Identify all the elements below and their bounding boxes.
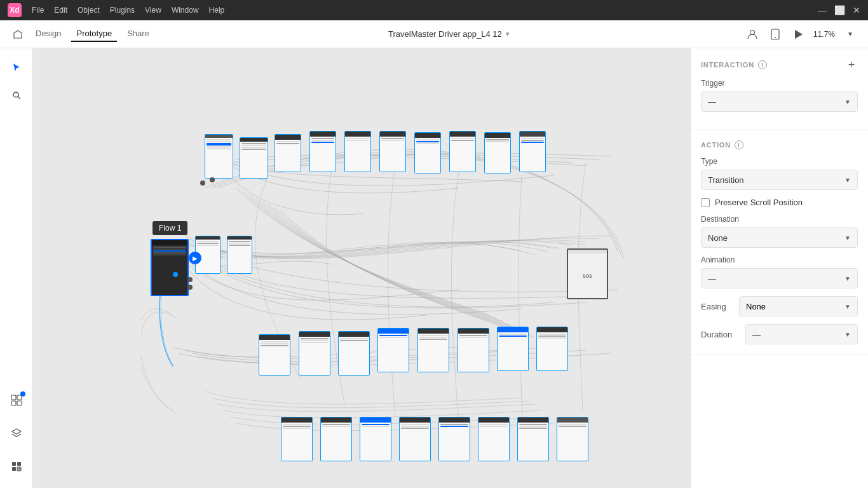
trigger-chevron-icon: ▼ xyxy=(844,98,851,105)
artboard-sos[interactable]: SOS xyxy=(567,248,608,299)
preserve-scroll-label: Preserve Scroll Position xyxy=(715,198,803,207)
doc-title[interactable]: TravelMaster Driver app_L4 12 ▼ xyxy=(388,29,511,39)
menu-plugins[interactable]: Plugins xyxy=(110,6,135,15)
menu-help[interactable]: Help xyxy=(209,6,225,15)
artboard-frame[interactable] xyxy=(377,328,409,372)
artboard-frame[interactable] xyxy=(497,327,529,371)
tab-share[interactable]: Share xyxy=(122,26,154,42)
artboard-frame[interactable] xyxy=(320,417,352,461)
minimize-button[interactable]: — xyxy=(818,5,827,15)
duration-value-text: — xyxy=(752,330,761,339)
artboard-frame[interactable] xyxy=(360,417,391,461)
destination-chevron-icon: ▼ xyxy=(844,234,851,241)
artboard-frame[interactable] xyxy=(281,417,313,461)
menu-window[interactable]: Window xyxy=(172,6,199,15)
toolbar-right: 11.7% ▼ xyxy=(745,27,858,42)
select-tool-icon[interactable] xyxy=(5,56,28,79)
connection-dot[interactable] xyxy=(187,285,193,290)
artboard-frame[interactable] xyxy=(379,131,406,172)
artboard-frame[interactable] xyxy=(275,134,301,172)
play-icon[interactable] xyxy=(790,27,806,42)
artboard-frame[interactable] xyxy=(344,131,371,172)
artboard-frame[interactable] xyxy=(309,131,336,172)
duration-input[interactable]: — ▼ xyxy=(745,324,858,344)
artboard-frame[interactable] xyxy=(517,417,549,461)
assets-icon[interactable] xyxy=(5,455,28,478)
interaction-header: INTERACTION i + xyxy=(701,58,858,71)
title-bar-right: — ⬜ ✕ xyxy=(818,5,860,15)
destination-label: Destination xyxy=(701,215,858,224)
svg-marker-3 xyxy=(795,30,803,39)
artboard-frame[interactable] xyxy=(414,132,441,173)
type-select[interactable]: Transition ▼ xyxy=(701,170,858,190)
destination-select[interactable]: None ▼ xyxy=(701,227,858,248)
title-bar: Xd File Edit Object Plugins View Window … xyxy=(0,0,868,20)
connection-dot-blue[interactable] xyxy=(173,272,178,277)
artboard-frame[interactable]: ... xyxy=(240,137,268,179)
flow-label: Flow 1 xyxy=(153,221,187,235)
svg-rect-6 xyxy=(11,395,16,400)
type-chevron-icon: ▼ xyxy=(844,177,851,184)
artboard-frame[interactable] xyxy=(478,417,510,461)
artboard-frame[interactable] xyxy=(299,331,330,376)
preserve-scroll-row: Preserve Scroll Position xyxy=(701,198,858,207)
duration-row: Duration — ▼ xyxy=(701,324,858,344)
search-icon[interactable] xyxy=(5,84,28,107)
components-icon[interactable] xyxy=(5,389,28,412)
tab-design[interactable]: Design xyxy=(31,26,66,42)
zoom-level: 11.7% xyxy=(813,30,835,39)
prototype-arrow-button[interactable]: ▶ xyxy=(189,252,201,264)
menu-object[interactable]: Object xyxy=(78,6,100,15)
artboard-frame[interactable] xyxy=(227,236,252,274)
artboard-frame[interactable]: ... xyxy=(205,134,233,179)
right-panel: INTERACTION i + Trigger — ▼ ACTION i Typ… xyxy=(690,48,868,488)
artboard-frame[interactable] xyxy=(417,328,449,372)
interaction-info-icon[interactable]: i xyxy=(758,60,767,69)
toolbar-left: Design Prototype Share xyxy=(10,26,154,42)
artboard-frame[interactable] xyxy=(438,417,470,461)
artboard-frame-selected[interactable] xyxy=(151,239,189,296)
title-bar-left: Xd File Edit Object Plugins View Window … xyxy=(8,3,224,17)
user-icon[interactable] xyxy=(745,27,760,42)
menu-file[interactable]: File xyxy=(32,6,44,15)
trigger-value: — xyxy=(708,97,716,107)
menu-view[interactable]: View xyxy=(145,6,161,15)
trigger-label: Trigger xyxy=(701,79,858,88)
artboard-frame[interactable] xyxy=(338,331,370,376)
artboard-frame[interactable] xyxy=(259,334,290,376)
animation-value: — xyxy=(708,274,716,283)
action-title: ACTION i xyxy=(701,140,743,149)
connection-dot[interactable] xyxy=(210,177,215,182)
artboard-frame[interactable] xyxy=(536,327,568,371)
add-interaction-button[interactable]: + xyxy=(845,58,858,71)
connection-dot[interactable] xyxy=(187,277,193,282)
canvas[interactable]: Flow 1 .conn-line { stroke: #555; stroke… xyxy=(33,48,690,488)
close-button[interactable]: ✕ xyxy=(853,5,860,15)
artboard-frame[interactable] xyxy=(449,131,476,172)
artboard-frame[interactable] xyxy=(458,328,489,372)
maximize-button[interactable]: ⬜ xyxy=(834,5,845,15)
trigger-select[interactable]: — ▼ xyxy=(701,92,858,112)
home-icon[interactable] xyxy=(10,27,25,42)
menu-edit[interactable]: Edit xyxy=(54,6,67,15)
connection-dot[interactable] xyxy=(200,180,205,186)
toolbar-center: TravelMaster Driver app_L4 12 ▼ xyxy=(388,29,511,39)
artboard-frame[interactable] xyxy=(557,417,588,461)
svg-rect-10 xyxy=(12,462,16,466)
action-info-icon[interactable]: i xyxy=(735,140,743,149)
artboard-frame[interactable] xyxy=(484,132,511,173)
tab-prototype[interactable]: Prototype xyxy=(71,26,117,42)
device-preview-icon[interactable] xyxy=(768,27,783,42)
easing-label: Easing xyxy=(701,302,739,311)
layers-icon[interactable] xyxy=(5,422,28,445)
preserve-scroll-checkbox[interactable] xyxy=(701,198,710,207)
easing-select[interactable]: None ▼ xyxy=(739,296,858,316)
easing-row: Easing None ▼ xyxy=(701,296,858,316)
animation-select[interactable]: — ▼ xyxy=(701,268,858,288)
svg-rect-11 xyxy=(17,462,21,466)
artboard-frame[interactable] xyxy=(519,131,546,172)
zoom-chevron-icon[interactable]: ▼ xyxy=(843,27,858,42)
artboard-frame[interactable] xyxy=(399,417,431,461)
action-section: ACTION i Type Transition ▼ Preserve Scro… xyxy=(691,130,868,355)
type-value: Transition xyxy=(708,175,744,185)
